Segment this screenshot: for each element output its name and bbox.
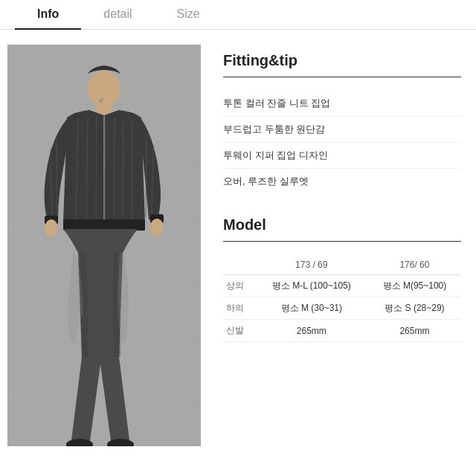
fitting-item-0: 투톤 컬러 잔줄 니트 집업 (223, 91, 461, 117)
model-row-1-col2: 평소 S (28~29) (368, 298, 461, 320)
fitting-item-2: 투웨이 지퍼 집업 디자인 (223, 143, 461, 169)
tab-info[interactable]: Info (15, 0, 81, 30)
model-section: Model 173 / 69 176/ 60 상의 평소 M-L (100~10… (223, 216, 461, 342)
model-row-0-label: 상의 (223, 275, 255, 298)
model-row-1-col1: 평소 M (30~31) (255, 298, 368, 320)
fitting-section: Fitting&tip 투톤 컬러 잔줄 니트 집업 부드럽고 두툼한 원단감 … (223, 52, 461, 194)
col-header-1: 173 / 69 (255, 255, 368, 275)
model-table: 173 / 69 176/ 60 상의 평소 M-L (100~105) 평소 … (223, 255, 461, 342)
tab-detail[interactable]: detail (81, 0, 154, 30)
model-row-0-col1: 평소 M-L (100~105) (255, 275, 368, 298)
model-row-1: 하의 평소 M (30~31) 평소 S (28~29) (223, 298, 461, 320)
model-row-2-col1: 265mm (255, 320, 368, 342)
model-row-2-label: 신발 (223, 320, 255, 342)
fitting-title: Fitting&tip (223, 52, 461, 69)
fitting-item-1: 부드럽고 두툼한 원단감 (223, 117, 461, 143)
product-image (7, 45, 201, 446)
info-panel: Fitting&tip 투톤 컬러 잔줄 니트 집업 부드럽고 두툼한 원단감 … (216, 45, 469, 446)
col-header-2: 176/ 60 (368, 255, 461, 275)
svg-rect-26 (63, 219, 145, 231)
model-row-2-col2: 265mm (368, 320, 461, 342)
fitting-divider (223, 77, 461, 77)
model-row-0-col2: 평소 M(95~100) (368, 275, 461, 298)
model-row-1-label: 하의 (223, 298, 255, 320)
model-row-0: 상의 평소 M-L (100~105) 평소 M(95~100) (223, 275, 461, 298)
model-title: Model (223, 216, 461, 234)
main-content: Fitting&tip 투톤 컬러 잔줄 니트 집업 부드럽고 두툼한 원단감 … (0, 30, 476, 454)
model-table-header: 173 / 69 176/ 60 (223, 255, 461, 275)
svg-point-24 (45, 219, 58, 237)
model-divider (223, 241, 461, 242)
col-header-0 (223, 255, 255, 275)
tab-bar: Info detail Size (0, 0, 476, 30)
fitting-item-3: 오버, 루즈한 실루엣 (223, 169, 461, 194)
svg-point-8 (88, 71, 120, 108)
svg-point-25 (150, 219, 164, 237)
fitting-list: 투톤 컬러 잔줄 니트 집업 부드럽고 두툼한 원단감 투웨이 지퍼 집업 디자… (223, 91, 461, 194)
tab-size[interactable]: Size (155, 0, 222, 30)
model-row-2: 신발 265mm 265mm (223, 320, 461, 342)
